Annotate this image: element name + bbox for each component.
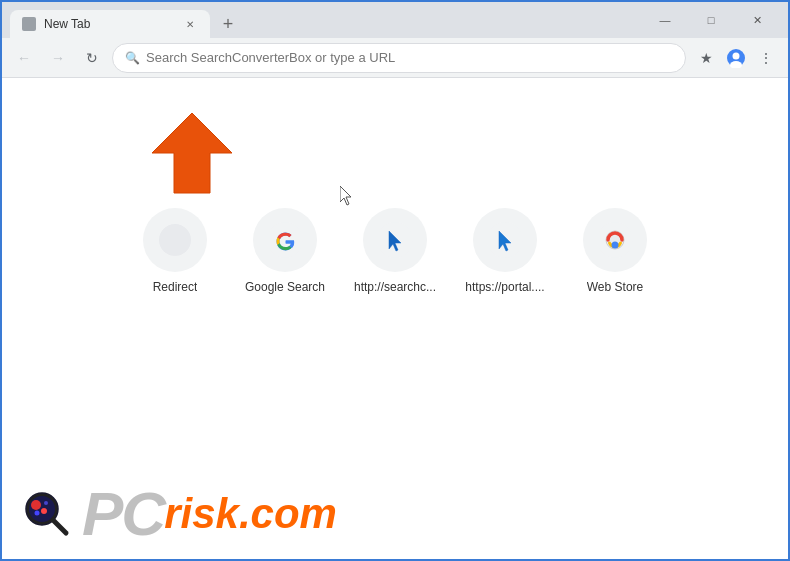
toolbar-right: ★ ⋮ [692,44,780,72]
bookmark-button[interactable]: ★ [692,44,720,72]
speed-dial-icon-redirect [143,208,207,272]
back-button[interactable]: ← [10,44,38,72]
svg-marker-4 [152,113,232,193]
speed-dial-icon-webstore [583,208,647,272]
menu-button[interactable]: ⋮ [752,44,780,72]
pcrisk-wordmark: PC risk.com [82,483,337,545]
profile-button[interactable] [722,44,750,72]
active-tab[interactable]: New Tab ✕ [10,10,210,38]
svg-point-13 [612,242,619,249]
svg-point-1 [733,52,740,59]
speed-dial-item-google[interactable]: Google Search [240,208,330,294]
arrow-annotation [132,98,262,202]
speed-dial-item-https[interactable]: https://portal.... [460,208,550,294]
mouse-cursor [340,186,352,204]
svg-point-17 [41,508,47,514]
tab-close-button[interactable]: ✕ [182,16,198,32]
close-button[interactable]: ✕ [734,4,780,36]
speed-dial-icon-google [253,208,317,272]
maximize-button[interactable]: □ [688,4,734,36]
svg-line-20 [53,520,66,533]
speed-dial-label-redirect: Redirect [153,280,198,294]
speed-dial-label-webstore: Web Store [587,280,643,294]
speed-dial-item-http[interactable]: http://searchc... [350,208,440,294]
minimize-button[interactable]: — [642,4,688,36]
speed-dial-icon-https [473,208,537,272]
watermark: PC risk.com [2,469,788,559]
speed-dial-icon-http [363,208,427,272]
refresh-button[interactable]: ↻ [78,44,106,72]
speed-dial-label-http: http://searchc... [354,280,436,294]
tab-favicon [22,17,36,31]
toolbar: ← → ↻ 🔍 ★ ⋮ [2,38,788,78]
address-input[interactable] [146,50,673,65]
window-controls: — □ ✕ [642,4,780,36]
main-content: Redirect Google Search [2,78,788,559]
title-bar: New Tab ✕ + — □ ✕ [2,2,788,38]
tab-area: New Tab ✕ + [10,2,642,38]
svg-point-19 [44,501,48,505]
pc-text: PC [82,483,164,545]
pcrisk-logo-icon [22,489,72,539]
speed-dial-label-https: https://portal.... [465,280,544,294]
svg-point-16 [31,500,41,510]
address-bar[interactable]: 🔍 [112,43,686,73]
svg-point-18 [35,511,40,516]
new-tab-button[interactable]: + [214,10,242,38]
risk-text: risk.com [164,493,337,535]
speed-dial: Redirect Google Search [130,208,660,294]
svg-point-5 [159,224,191,256]
forward-button[interactable]: → [44,44,72,72]
speed-dial-item-webstore[interactable]: Web Store [570,208,660,294]
search-icon: 🔍 [125,51,140,65]
tab-label: New Tab [44,17,90,31]
browser-window: New Tab ✕ + — □ ✕ ← → ↻ 🔍 ★ [0,0,790,561]
svg-point-6 [267,222,303,258]
speed-dial-item-redirect[interactable]: Redirect [130,208,220,294]
speed-dial-label-google: Google Search [245,280,325,294]
